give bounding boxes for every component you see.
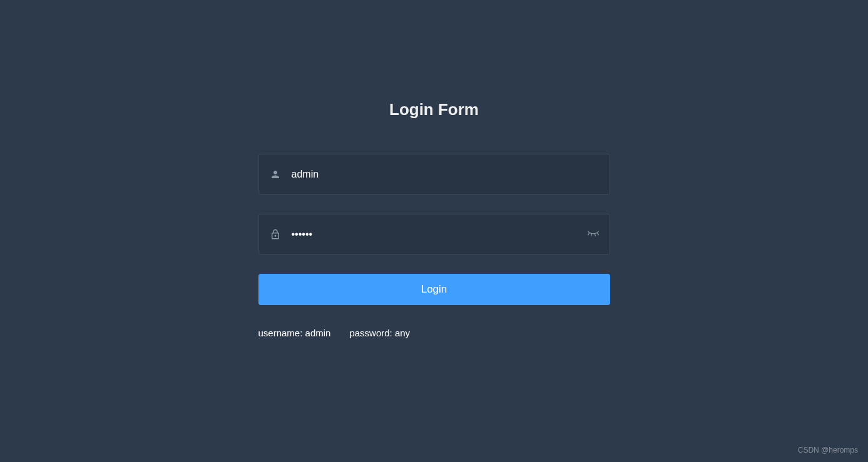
svg-line-1	[591, 234, 591, 236]
watermark: CSDN @heromps	[798, 446, 858, 454]
user-icon	[269, 169, 282, 180]
username-input[interactable]	[292, 154, 600, 194]
username-input-wrapper[interactable]	[258, 154, 610, 195]
login-button[interactable]: Login	[258, 274, 610, 305]
svg-line-2	[595, 234, 595, 236]
page-title: Login Form	[258, 100, 610, 119]
tips-container: username: admin password: any	[258, 328, 610, 338]
eye-closed-icon[interactable]	[587, 229, 600, 239]
login-form: Login Form Login username: adm	[258, 0, 610, 338]
tip-password: password: any	[349, 328, 410, 338]
svg-line-3	[597, 233, 598, 235]
lock-icon	[269, 229, 282, 240]
password-input-wrapper[interactable]	[258, 214, 610, 255]
password-input[interactable]	[292, 214, 580, 254]
tip-username: username: admin	[258, 328, 331, 338]
svg-line-0	[588, 233, 589, 235]
